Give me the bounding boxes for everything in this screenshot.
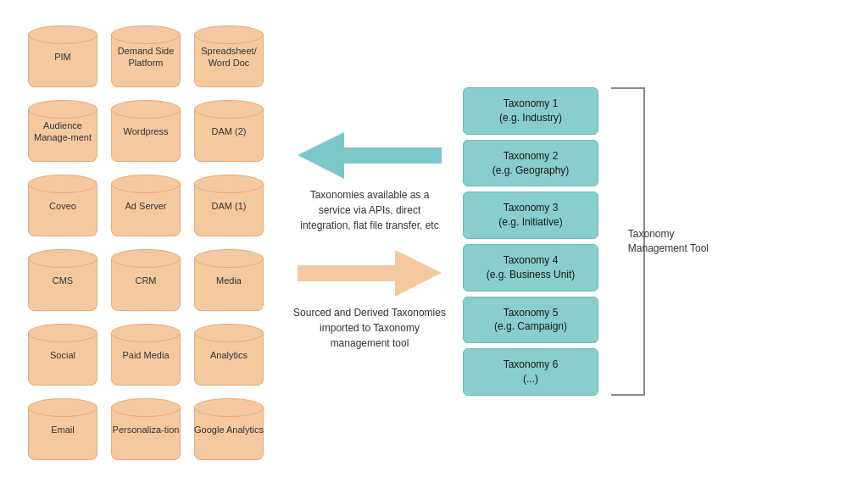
arrow-left-label: Taxonomies available as a service via AP… [293,187,446,233]
arrow-right-label: Sourced and Derived Taxonomies imported … [293,305,446,351]
cylinder-top [111,100,181,119]
taxonomy-box-taxonomy-2: Taxonomy 2(e.g. Geography) [463,140,598,187]
cylinder-label: Audience Manage-ment [25,119,100,144]
cylinder-label: Paid Media [122,349,169,361]
cylinder-top [28,100,97,119]
cylinder-top [28,249,97,268]
cylinder-label: Demand Side Platform [108,45,183,69]
cylinder-cms: CMS [25,245,100,309]
cylinder-spreadsheet-word-doc: Spreadsheet/ Word Doc [192,21,266,86]
taxonomy-wrapper: Taxonomy 1(e.g. Industry)Taxonomy 2(e.g.… [454,87,598,396]
cylinder-analytics: Analytics [192,319,266,384]
cylinders-grid: PIM Demand Side Platform Spreadsheet/ Wo… [25,21,268,462]
cylinder-label: Google Analytics [194,424,264,436]
cylinder-label: Coveo [49,200,76,212]
cylinder-social: Social [25,319,100,384]
taxonomy-box-taxonomy-3: Taxonomy 3(e.g. Initiative) [463,192,598,239]
cylinder-paid-media: Paid Media [108,319,183,384]
cylinder-label: Ad Server [125,200,167,212]
cylinder-label: CMS [53,275,73,286]
taxonomy-box-taxonomy-5: Taxonomy 5(e.g. Campaign) [463,297,598,344]
cylinder-personalization: Personaliza-tion [108,394,183,458]
cylinder-audience-management: Audience Manage-ment [25,96,100,160]
taxonomy-box-taxonomy-1: Taxonomy 1(e.g. Industry) [463,87,598,135]
cylinder-top [111,398,181,417]
cylinder-top [194,25,264,44]
cylinder-top [194,324,264,342]
cylinder-label: Email [51,424,75,436]
cylinder-dam-2: DAM (2) [192,96,266,160]
cylinder-pim: PIM [25,21,100,86]
cylinder-wordpress: Wordpress [108,96,183,160]
cylinder-dam-1: DAM (1) [192,170,266,235]
cylinder-top [194,249,264,268]
cylinder-top [111,249,181,268]
arrow-left-svg [298,132,442,179]
taxonomy-box-taxonomy-6: Taxonomy 6(...) [463,348,598,396]
cylinder-top [194,398,264,417]
cylinder-label: DAM (2) [212,125,247,137]
diagram-container: PIM Demand Side Platform Spreadsheet/ Wo… [0,0,868,483]
cylinder-top [28,175,97,193]
cylinder-label: Personaliza-tion [113,424,180,436]
cylinder-top [28,324,97,342]
cylinder-label: Media [216,275,242,286]
svg-marker-0 [298,132,442,179]
cylinder-crm: CRM [108,245,183,309]
cylinder-label: Wordpress [124,125,169,137]
svg-marker-1 [298,250,442,297]
cylinder-top [111,324,181,342]
cylinder-media: Media [192,245,266,309]
arrow-block-right: Sourced and Derived Taxonomies imported … [293,250,446,351]
cylinder-top [194,100,264,119]
middle-section: Taxonomies available as a service via AP… [285,132,454,351]
arrow-right-svg [298,250,442,297]
cylinder-label: Analytics [210,349,248,361]
taxonomy-section: Taxonomy 1(e.g. Industry)Taxonomy 2(e.g.… [463,87,598,396]
cylinder-top [111,25,181,44]
cylinder-email: Email [25,394,100,458]
taxonomy-box-taxonomy-4: Taxonomy 4(e.g. Business Unit) [463,244,598,291]
cylinder-top [28,25,97,44]
cylinder-label: Spreadsheet/ Word Doc [192,45,266,69]
cylinder-coveo: Coveo [25,170,100,235]
taxonomy-management-label: TaxonomyManagement Tool [628,227,709,256]
arrow-block-left: Taxonomies available as a service via AP… [293,132,446,233]
cylinder-top [28,398,97,417]
cylinder-label: Social [50,349,75,361]
cylinder-ad-server: Ad Server [108,170,183,235]
cylinder-label: CRM [135,275,156,286]
cylinder-label: PIM [54,51,71,63]
cylinder-top [194,175,264,193]
cylinder-top [111,175,181,193]
cylinder-label: DAM (1) [212,200,247,212]
cylinder-google-analytics: Google Analytics [192,394,266,458]
cylinder-demand-side-platform: Demand Side Platform [108,21,183,86]
